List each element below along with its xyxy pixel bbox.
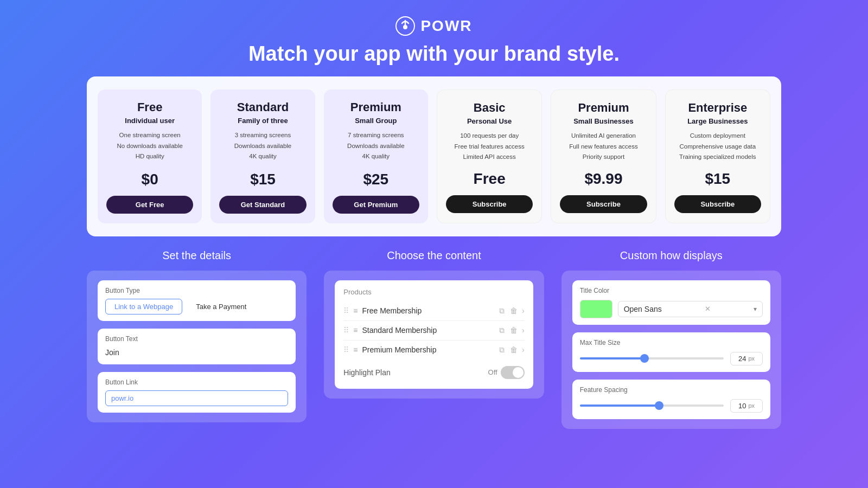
btn-type-payment[interactable]: Take a Payment (187, 299, 256, 314)
font-select[interactable]: Open Sans ✕ ▾ (618, 301, 763, 317)
products-list: ⠿ ≡ Free Membership ⧉ 🗑 › ⠿ ≡ Standard M… (343, 301, 524, 359)
plan-card-standard: StandardFamily of three3 streaming scree… (210, 89, 315, 223)
plan-title-standard: Standard (237, 100, 289, 114)
list-icon: ≡ (353, 326, 358, 335)
set-details-heading: Set the details (87, 249, 307, 262)
plan-title-enterprise: Enterprise (688, 101, 747, 115)
delete-icon[interactable]: 🗑 (510, 345, 518, 354)
plan-card-basic: BasicPersonal Use100 requests per dayFre… (437, 89, 542, 223)
font-dropdown-icon[interactable]: ▾ (754, 305, 757, 313)
header: POWR Match your app with your brand styl… (248, 0, 620, 76)
product-actions: ⧉ 🗑 (499, 345, 518, 355)
max-title-size-value-box: 24 px (730, 352, 763, 365)
choose-content-heading: Choose the content (324, 249, 544, 262)
set-details-card: Button Type Link to a Webpage Take a Pay… (87, 271, 307, 422)
color-font-row: Open Sans ✕ ▾ (580, 300, 763, 318)
drag-icon[interactable]: ⠿ (343, 326, 349, 335)
drag-icon[interactable]: ⠿ (343, 306, 349, 315)
delete-icon[interactable]: 🗑 (510, 326, 518, 335)
copy-icon[interactable]: ⧉ (499, 326, 505, 335)
feature-spacing-field: Feature Spacing 10 px (572, 380, 770, 419)
plan-features-basic: 100 requests per dayFree trial features … (455, 131, 525, 163)
plan-features-free: One streaming screenNo downloads availab… (117, 130, 182, 163)
button-text-input[interactable] (105, 347, 288, 358)
drag-icon[interactable]: ⠿ (343, 345, 349, 354)
toggle-row: Off (488, 366, 525, 379)
plan-title-premium: Premium (350, 100, 401, 114)
plan-title-basic: Basic (474, 101, 506, 115)
max-title-size-track[interactable] (580, 357, 724, 359)
plan-features-standard: 3 streaming screensDownloads available4K… (234, 130, 291, 163)
copy-icon[interactable]: ⧉ (499, 306, 505, 316)
products-label: Products (343, 288, 524, 296)
custom-display-card: Title Color Open Sans ✕ ▾ Max Title Size (561, 271, 781, 429)
tagline: Match your app with your brand style. (248, 42, 620, 66)
feature-spacing-track[interactable] (580, 404, 724, 407)
plan-features-premium: 7 streaming screensDownloads available4K… (347, 130, 404, 163)
feature-spacing-label: Feature Spacing (580, 386, 763, 394)
custom-display-heading: Custom how displays (561, 249, 781, 262)
plan-card-premium: PremiumSmall Group7 streaming screensDow… (324, 89, 428, 223)
color-swatch[interactable] (580, 300, 612, 318)
plan-price-enterprise: $15 (705, 170, 730, 188)
feature-spacing-thumb[interactable] (655, 401, 663, 410)
choose-content-col: Choose the content Products ⠿ ≡ Free Mem… (324, 249, 544, 429)
choose-content-card: Products ⠿ ≡ Free Membership ⧉ 🗑 › ⠿ ≡ S… (324, 271, 544, 399)
highlight-plan-label: Highlight Plan (343, 368, 390, 377)
btn-type-link[interactable]: Link to a Webpage (105, 299, 182, 314)
plan-btn-premium2[interactable]: Subscribe (560, 195, 647, 213)
plan-btn-enterprise[interactable]: Subscribe (674, 195, 761, 213)
product-actions: ⧉ 🗑 (499, 326, 518, 335)
button-type-label: Button Type (105, 287, 288, 294)
plan-title-free: Free (137, 100, 162, 114)
feature-spacing-unit: px (748, 402, 755, 409)
font-name: Open Sans (624, 305, 662, 313)
chevron-right-icon[interactable]: › (522, 326, 525, 335)
plan-btn-standard[interactable]: Get Standard (219, 196, 306, 214)
button-link-input[interactable] (105, 390, 288, 406)
chevron-right-icon[interactable]: › (522, 345, 525, 354)
plan-subtitle-free: Individual user (125, 117, 175, 125)
copy-icon[interactable]: ⧉ (499, 345, 505, 355)
plan-btn-premium[interactable]: Get Premium (333, 196, 419, 214)
plan-subtitle-premium2: Small Businesses (573, 117, 634, 125)
button-text-group: Button Text (98, 329, 296, 364)
button-type-row: Link to a Webpage Take a Payment (105, 299, 288, 314)
max-title-size-unit: px (748, 355, 755, 362)
set-details-col: Set the details Button Type Link to a We… (87, 249, 307, 429)
button-link-label: Button Link (105, 378, 288, 386)
plan-subtitle-standard: Family of three (238, 117, 288, 125)
delete-icon[interactable]: 🗑 (510, 306, 518, 315)
max-title-size-value: 24 (738, 355, 746, 363)
list-item: ⠿ ≡ Free Membership ⧉ 🗑 › (343, 301, 524, 321)
plan-card-premium2: PremiumSmall BusinessesUnlimited AI gene… (551, 89, 656, 223)
product-name: Premium Membership (362, 345, 495, 354)
list-icon: ≡ (353, 306, 358, 315)
feature-spacing-value-box: 10 px (730, 399, 763, 413)
plan-btn-basic[interactable]: Subscribe (446, 195, 533, 213)
title-color-field: Title Color Open Sans ✕ ▾ (572, 280, 770, 325)
plan-card-free: FreeIndividual userOne streaming screenN… (98, 89, 202, 223)
button-type-group: Button Type Link to a Webpage Take a Pay… (98, 280, 296, 321)
plan-subtitle-basic: Personal Use (467, 117, 512, 125)
plan-price-standard: $15 (250, 171, 276, 188)
list-item: ⠿ ≡ Premium Membership ⧉ 🗑 › (343, 341, 524, 359)
max-title-size-fill (580, 357, 644, 359)
plan-btn-free[interactable]: Get Free (106, 196, 193, 214)
highlight-plan-row: Highlight Plan Off (343, 359, 524, 381)
max-title-size-thumb[interactable] (640, 354, 649, 363)
list-item: ⠿ ≡ Standard Membership ⧉ 🗑 › (343, 321, 524, 341)
chevron-right-icon[interactable]: › (522, 306, 525, 315)
plan-price-free: $0 (142, 171, 158, 188)
list-icon: ≡ (353, 345, 358, 354)
logo-row: POWR (395, 16, 472, 36)
plan-subtitle-enterprise: Large Businesses (687, 117, 748, 125)
highlight-plan-toggle[interactable] (501, 366, 525, 379)
custom-display-col: Custom how displays Title Color Open San… (561, 249, 781, 429)
title-color-label: Title Color (580, 287, 763, 294)
svg-point-1 (403, 25, 407, 29)
font-clear-icon[interactable]: ✕ (705, 305, 711, 313)
max-title-size-label: Max Title Size (580, 339, 763, 346)
plan-features-premium2: Unlimited AI generationFull new features… (569, 131, 638, 163)
plan-price-basic: Free (474, 170, 506, 188)
